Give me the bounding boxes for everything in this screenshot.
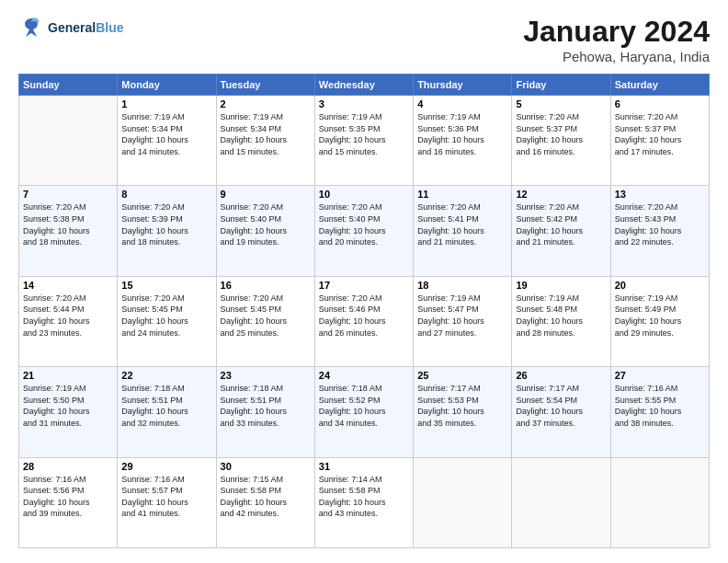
col-friday: Friday (512, 75, 610, 96)
table-row: 18Sunrise: 7:19 AM Sunset: 5:47 PM Dayli… (414, 276, 512, 366)
day-number: 9 (221, 189, 311, 200)
day-number: 22 (121, 370, 211, 381)
day-info: Sunrise: 7:16 AM Sunset: 5:57 PM Dayligh… (121, 474, 211, 520)
col-saturday: Saturday (610, 75, 709, 96)
day-info: Sunrise: 7:19 AM Sunset: 5:34 PM Dayligh… (221, 111, 311, 157)
day-info: Sunrise: 7:18 AM Sunset: 5:52 PM Dayligh… (319, 383, 409, 429)
logo: GeneralBlue (18, 15, 123, 40)
table-row: 11Sunrise: 7:20 AM Sunset: 5:41 PM Dayli… (414, 186, 512, 276)
day-number: 18 (417, 280, 507, 291)
day-info: Sunrise: 7:16 AM Sunset: 5:55 PM Dayligh… (615, 383, 705, 429)
day-info: Sunrise: 7:19 AM Sunset: 5:48 PM Dayligh… (516, 293, 606, 339)
day-number: 19 (516, 280, 606, 291)
table-row: 28Sunrise: 7:16 AM Sunset: 5:56 PM Dayli… (19, 457, 118, 547)
day-info: Sunrise: 7:20 AM Sunset: 5:45 PM Dayligh… (121, 293, 211, 339)
day-number: 27 (615, 370, 705, 381)
day-number: 26 (516, 370, 606, 381)
table-row: 27Sunrise: 7:16 AM Sunset: 5:55 PM Dayli… (610, 367, 709, 457)
day-info: Sunrise: 7:20 AM Sunset: 5:42 PM Dayligh… (516, 201, 606, 247)
day-info: Sunrise: 7:17 AM Sunset: 5:54 PM Dayligh… (516, 383, 606, 429)
table-row: 30Sunrise: 7:15 AM Sunset: 5:58 PM Dayli… (216, 457, 314, 547)
table-row: 13Sunrise: 7:20 AM Sunset: 5:43 PM Dayli… (610, 186, 709, 276)
day-number: 23 (221, 370, 311, 381)
day-number: 29 (121, 461, 211, 472)
col-monday: Monday (118, 75, 216, 96)
calendar-week-row: 21Sunrise: 7:19 AM Sunset: 5:50 PM Dayli… (19, 367, 710, 457)
day-info: Sunrise: 7:19 AM Sunset: 5:50 PM Dayligh… (23, 383, 113, 429)
day-number: 8 (121, 189, 211, 200)
table-row: 24Sunrise: 7:18 AM Sunset: 5:52 PM Dayli… (314, 367, 413, 457)
calendar-week-row: 7Sunrise: 7:20 AM Sunset: 5:38 PM Daylig… (19, 186, 710, 276)
col-sunday: Sunday (19, 75, 118, 96)
table-row: 10Sunrise: 7:20 AM Sunset: 5:40 PM Dayli… (314, 186, 413, 276)
day-number: 21 (23, 370, 113, 381)
table-row: 20Sunrise: 7:19 AM Sunset: 5:49 PM Dayli… (610, 276, 709, 366)
table-row: 4Sunrise: 7:19 AM Sunset: 5:36 PM Daylig… (414, 96, 512, 186)
day-info: Sunrise: 7:20 AM Sunset: 5:37 PM Dayligh… (516, 111, 606, 157)
table-row: 17Sunrise: 7:20 AM Sunset: 5:46 PM Dayli… (314, 276, 413, 366)
day-info: Sunrise: 7:20 AM Sunset: 5:44 PM Dayligh… (23, 293, 113, 339)
calendar-week-row: 14Sunrise: 7:20 AM Sunset: 5:44 PM Dayli… (19, 276, 710, 366)
day-number: 12 (516, 189, 606, 200)
table-row (19, 96, 118, 186)
day-number: 25 (417, 370, 507, 381)
day-info: Sunrise: 7:20 AM Sunset: 5:40 PM Dayligh… (221, 201, 311, 247)
calendar-header-row: Sunday Monday Tuesday Wednesday Thursday… (19, 75, 710, 96)
day-info: Sunrise: 7:15 AM Sunset: 5:58 PM Dayligh… (221, 474, 311, 520)
table-row (512, 457, 610, 547)
day-number: 1 (121, 98, 211, 109)
day-number: 5 (516, 98, 606, 109)
table-row: 21Sunrise: 7:19 AM Sunset: 5:50 PM Dayli… (19, 367, 118, 457)
table-row: 23Sunrise: 7:18 AM Sunset: 5:51 PM Dayli… (216, 367, 314, 457)
table-row: 8Sunrise: 7:20 AM Sunset: 5:39 PM Daylig… (118, 186, 216, 276)
day-info: Sunrise: 7:20 AM Sunset: 5:39 PM Dayligh… (121, 201, 211, 247)
day-number: 11 (417, 189, 507, 200)
col-thursday: Thursday (414, 75, 512, 96)
day-info: Sunrise: 7:19 AM Sunset: 5:35 PM Dayligh… (319, 111, 409, 157)
day-number: 7 (23, 189, 113, 200)
table-row: 25Sunrise: 7:17 AM Sunset: 5:53 PM Dayli… (414, 367, 512, 457)
table-row: 6Sunrise: 7:20 AM Sunset: 5:37 PM Daylig… (610, 96, 709, 186)
title-block: January 2024 Pehowa, Haryana, India (523, 15, 710, 64)
day-number: 31 (319, 461, 409, 472)
table-row: 1Sunrise: 7:19 AM Sunset: 5:34 PM Daylig… (118, 96, 216, 186)
col-tuesday: Tuesday (216, 75, 314, 96)
subtitle: Pehowa, Haryana, India (523, 49, 710, 64)
day-number: 16 (221, 280, 311, 291)
table-row: 12Sunrise: 7:20 AM Sunset: 5:42 PM Dayli… (512, 186, 610, 276)
table-row (610, 457, 709, 547)
header: GeneralBlue January 2024 Pehowa, Haryana… (18, 15, 710, 64)
main-title: January 2024 (523, 15, 710, 49)
day-info: Sunrise: 7:20 AM Sunset: 5:40 PM Dayligh… (319, 201, 409, 247)
table-row: 31Sunrise: 7:14 AM Sunset: 5:58 PM Dayli… (314, 457, 413, 547)
day-info: Sunrise: 7:19 AM Sunset: 5:34 PM Dayligh… (121, 111, 211, 157)
day-info: Sunrise: 7:20 AM Sunset: 5:45 PM Dayligh… (221, 293, 311, 339)
day-info: Sunrise: 7:19 AM Sunset: 5:49 PM Dayligh… (615, 293, 705, 339)
day-info: Sunrise: 7:20 AM Sunset: 5:41 PM Dayligh… (417, 201, 507, 247)
table-row: 29Sunrise: 7:16 AM Sunset: 5:57 PM Dayli… (118, 457, 216, 547)
day-info: Sunrise: 7:19 AM Sunset: 5:47 PM Dayligh… (417, 293, 507, 339)
day-info: Sunrise: 7:20 AM Sunset: 5:37 PM Dayligh… (615, 111, 705, 157)
table-row: 19Sunrise: 7:19 AM Sunset: 5:48 PM Dayli… (512, 276, 610, 366)
table-row: 3Sunrise: 7:19 AM Sunset: 5:35 PM Daylig… (314, 96, 413, 186)
day-number: 30 (221, 461, 311, 472)
table-row: 15Sunrise: 7:20 AM Sunset: 5:45 PM Dayli… (118, 276, 216, 366)
table-row: 14Sunrise: 7:20 AM Sunset: 5:44 PM Dayli… (19, 276, 118, 366)
table-row: 2Sunrise: 7:19 AM Sunset: 5:34 PM Daylig… (216, 96, 314, 186)
day-number: 24 (319, 370, 409, 381)
day-info: Sunrise: 7:17 AM Sunset: 5:53 PM Dayligh… (417, 383, 507, 429)
day-number: 6 (615, 98, 705, 109)
day-number: 20 (615, 280, 705, 291)
day-info: Sunrise: 7:14 AM Sunset: 5:58 PM Dayligh… (319, 474, 409, 520)
day-number: 17 (319, 280, 409, 291)
day-info: Sunrise: 7:20 AM Sunset: 5:46 PM Dayligh… (319, 293, 409, 339)
table-row: 9Sunrise: 7:20 AM Sunset: 5:40 PM Daylig… (216, 186, 314, 276)
page: GeneralBlue January 2024 Pehowa, Haryana… (0, 0, 728, 563)
calendar-table: Sunday Monday Tuesday Wednesday Thursday… (18, 74, 710, 548)
table-row: 5Sunrise: 7:20 AM Sunset: 5:37 PM Daylig… (512, 96, 610, 186)
logo-icon (18, 15, 44, 40)
day-number: 14 (23, 280, 113, 291)
day-number: 13 (615, 189, 705, 200)
day-number: 3 (319, 98, 409, 109)
day-info: Sunrise: 7:18 AM Sunset: 5:51 PM Dayligh… (221, 383, 311, 429)
